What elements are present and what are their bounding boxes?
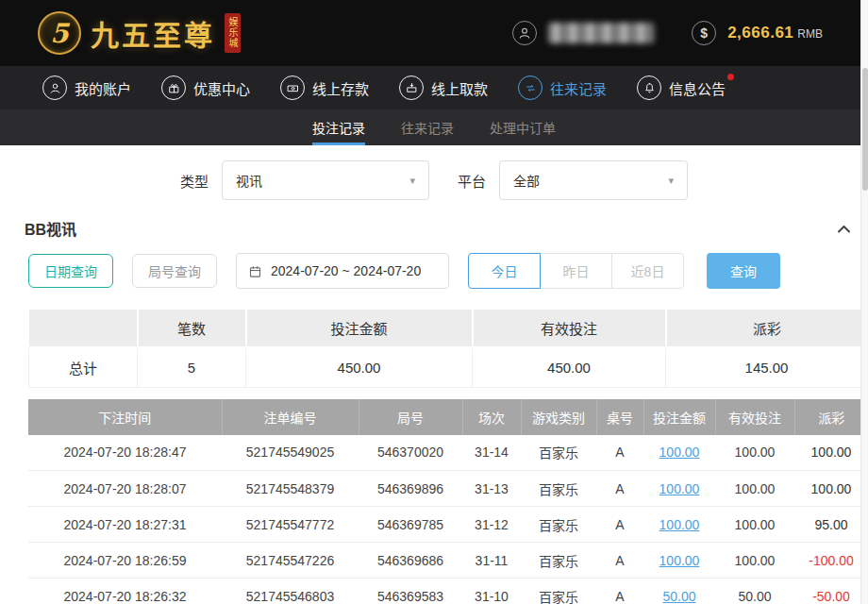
scrollbar-thumb[interactable] <box>862 68 868 191</box>
summary-header-count: 笔数 <box>138 310 246 347</box>
date-range-input[interactable]: 2024-07-20 ~ 2024-07-20 <box>236 253 449 289</box>
round-query-button[interactable]: 局号查询 <box>132 254 217 288</box>
summary-header-blank <box>29 310 138 347</box>
cell-round-number: 546369583 <box>359 579 462 604</box>
cell-order-number: 521745548379 <box>222 471 359 507</box>
col-game-type: 游戏类别 <box>521 399 596 435</box>
scrollbar-track[interactable] <box>860 0 868 604</box>
user-avatar-icon[interactable] <box>512 21 537 45</box>
platform-select-value: 全部 <box>513 171 540 190</box>
bet-amount-link[interactable]: 100.00 <box>659 553 700 568</box>
search-button[interactable]: 查询 <box>707 253 780 289</box>
bet-amount-link[interactable]: 100.00 <box>659 517 700 532</box>
cell-game-type: 百家乐 <box>521 543 596 579</box>
detail-table: 下注时间 注单编号 局号 场次 游戏类别 桌号 投注金额 有效投注 派彩 202… <box>28 399 868 604</box>
cell-valid-bet: 100.00 <box>715 543 794 579</box>
summary-count: 5 <box>138 347 246 387</box>
site-logo[interactable]: 5 九五至尊 娱乐城 <box>38 11 241 55</box>
summary-header-bet: 投注金额 <box>246 310 473 347</box>
platform-label: 平台 <box>458 171 486 191</box>
cell-table-number: A <box>596 471 643 507</box>
cell-valid-bet: 100.00 <box>715 471 794 507</box>
type-select-value: 视讯 <box>236 171 262 190</box>
brand-name: 九五至尊 <box>91 12 215 54</box>
cell-round-number: 546369896 <box>359 471 462 507</box>
cell-payout: 95.00 <box>814 517 847 532</box>
cell-round-number: 546369686 <box>359 543 462 579</box>
deposit-icon <box>280 76 305 100</box>
collapse-chevron-icon[interactable] <box>833 220 855 238</box>
type-select[interactable]: 视讯 ▾ <box>222 160 429 200</box>
balance-currency: RMB <box>797 27 823 41</box>
nav-label: 信息公告 <box>669 78 726 98</box>
cell-round-number: 546369785 <box>359 507 462 543</box>
bet-amount-link[interactable]: 100.00 <box>659 445 700 460</box>
tab-transaction-records[interactable]: 往来记录 <box>401 109 454 145</box>
col-session: 场次 <box>462 399 521 435</box>
account-area: $ 2,666.61RMB <box>512 21 823 45</box>
col-table-number: 桌号 <box>596 399 643 435</box>
user-icon <box>42 76 67 100</box>
chevron-down-icon: ▾ <box>409 175 415 187</box>
cell-session: 31-13 <box>462 471 521 507</box>
col-payout: 派彩 <box>794 399 868 435</box>
nav-item-withdrawal[interactable]: 线上取款 <box>399 76 488 100</box>
nav-item-deposit[interactable]: 线上存款 <box>280 76 369 100</box>
nav-item-announcements[interactable]: 信息公告 <box>637 76 726 100</box>
tab-bet-records[interactable]: 投注记录 <box>312 109 365 145</box>
cell-game-type: 百家乐 <box>521 435 596 471</box>
col-round-number: 局号 <box>359 399 462 435</box>
cell-round-number: 546370020 <box>359 435 462 471</box>
summary-header-row: 笔数 投注金额 有效投注 派彩 <box>29 310 868 347</box>
tab-label: 往来记录 <box>401 118 454 137</box>
gift-icon <box>161 76 186 100</box>
cell-bet-time: 2024-07-20 18:28:07 <box>28 471 222 507</box>
nav-label: 线上存款 <box>312 78 369 98</box>
last8days-button[interactable]: 近8日 <box>611 253 684 289</box>
query-row: 日期查询 局号查询 2024-07-20 ~ 2024-07-20 今日 昨日 … <box>0 253 868 289</box>
cell-game-type: 百家乐 <box>521 579 596 604</box>
summary-bet: 450.00 <box>246 347 473 387</box>
main-nav: 我的账户 优惠中心 线上存款 线上取款 往来记录 信息公告 <box>0 66 868 109</box>
nav-item-transaction-records[interactable]: 往来记录 <box>518 76 607 100</box>
nav-item-my-account[interactable]: 我的账户 <box>42 76 131 100</box>
cell-payout: -100.00 <box>809 553 853 568</box>
type-label: 类型 <box>180 171 209 191</box>
yesterday-button[interactable]: 昨日 <box>540 253 612 289</box>
bet-amount-link[interactable]: 50.00 <box>662 589 695 604</box>
cell-bet-time: 2024-07-20 18:28:47 <box>28 435 222 471</box>
nav-label: 优惠中心 <box>193 78 250 98</box>
logo-symbol: 5 <box>50 18 68 49</box>
top-header: 5 九五至尊 娱乐城 $ 2,666.61RMB <box>0 0 868 66</box>
cell-session: 31-10 <box>462 579 521 604</box>
col-valid-bet: 有效投注 <box>715 399 794 435</box>
table-row: 2024-07-20 18:28:07 521745548379 5463698… <box>28 471 868 507</box>
date-query-button[interactable]: 日期查询 <box>28 254 113 288</box>
table-row: 2024-07-20 18:26:32 521745546803 5463695… <box>28 579 868 604</box>
cell-valid-bet: 50.00 <box>715 579 794 604</box>
brand-badge: 娱乐城 <box>225 13 241 53</box>
balance-amount: 2,666.61 <box>727 24 793 42</box>
cell-table-number: A <box>596 543 643 579</box>
date-range-value: 2024-07-20 ~ 2024-07-20 <box>271 263 421 278</box>
nav-item-promotions[interactable]: 优惠中心 <box>161 76 250 100</box>
cell-order-number: 521745547226 <box>222 543 359 579</box>
notification-dot <box>727 74 734 80</box>
cell-session: 31-12 <box>462 507 521 543</box>
cell-table-number: A <box>596 507 643 543</box>
today-button[interactable]: 今日 <box>468 253 541 289</box>
bell-icon <box>637 76 661 100</box>
cell-table-number: A <box>596 579 643 604</box>
bet-amount-link[interactable]: 100.00 <box>659 481 700 496</box>
platform-select[interactable]: 全部 ▾ <box>499 160 688 200</box>
summary-table: 笔数 投注金额 有效投注 派彩 总计 5 450.00 450.00 145.0… <box>28 310 868 388</box>
nav-label: 往来记录 <box>550 78 607 98</box>
cell-order-number: 521745547772 <box>222 507 359 543</box>
chevron-down-icon: ▾ <box>668 175 674 187</box>
cell-session: 31-11 <box>462 543 521 579</box>
section-header: BB视讯 <box>0 217 868 240</box>
table-row: 2024-07-20 18:27:31 521745547772 5463697… <box>28 507 868 543</box>
cell-game-type: 百家乐 <box>521 507 596 543</box>
detail-header-row: 下注时间 注单编号 局号 场次 游戏类别 桌号 投注金额 有效投注 派彩 <box>28 399 868 435</box>
tab-processing-orders[interactable]: 处理中订单 <box>490 109 556 145</box>
